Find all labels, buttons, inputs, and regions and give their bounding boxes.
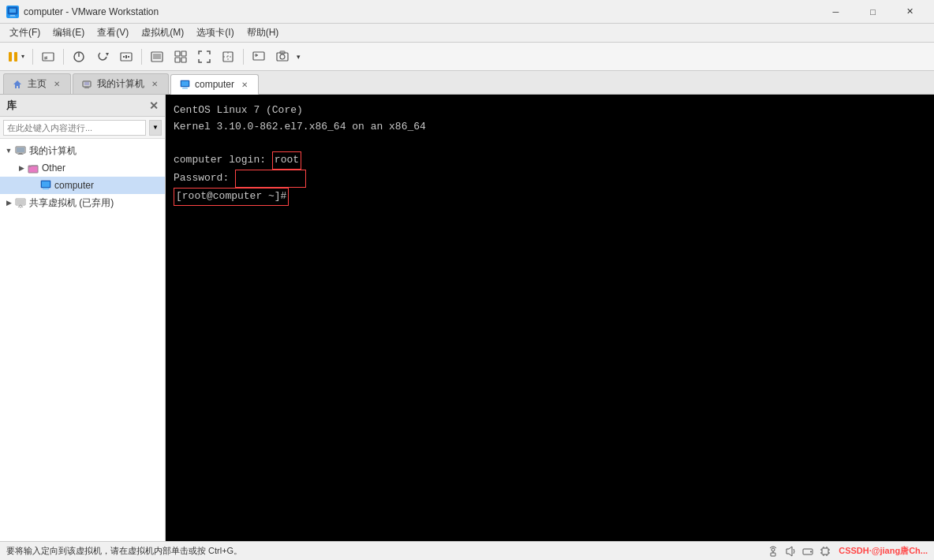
menu-file[interactable]: 文件(F) — [3, 24, 47, 41]
tab-home[interactable]: 主页 ✕ — [3, 73, 71, 94]
tab-home-label: 主页 — [28, 77, 47, 91]
svg-rect-44 — [43, 189, 49, 189]
window-controls: ─ □ ✕ — [818, 4, 928, 20]
tab-mypc[interactable]: 我的计算机 ✕ — [73, 73, 169, 94]
menu-edit[interactable]: 编辑(E) — [47, 24, 91, 41]
app-icon — [6, 6, 19, 18]
tree-expand-other: ▶ — [16, 162, 27, 174]
console-line1: CentOS Linux 7 (Core) — [174, 104, 303, 116]
menu-tab[interactable]: 选项卡(I) — [190, 24, 240, 41]
svg-rect-14 — [153, 54, 161, 59]
window-title: computer - VMware Workstation — [24, 6, 818, 17]
svg-rect-56 — [822, 548, 828, 554]
tree-item-other[interactable]: ▶ Other — [0, 159, 165, 177]
pause-dropdown-arrow: ▾ — [21, 53, 24, 60]
tree-item-mypc[interactable]: ▼ 我的计算机 — [0, 142, 165, 159]
svg-point-55 — [810, 551, 812, 552]
minimize-button[interactable]: ─ — [818, 4, 854, 20]
status-right: CSSDН·@jiang唐Ch... — [766, 544, 928, 558]
separator-2 — [63, 49, 64, 65]
console-icon — [252, 50, 266, 64]
tree-item-computer[interactable]: ▶ computer — [0, 177, 165, 194]
svg-rect-42 — [42, 181, 50, 187]
computer-tab-icon — [179, 79, 190, 90]
tab-computer-close[interactable]: ✕ — [239, 79, 250, 90]
menu-vm[interactable]: 虚拟机(M) — [135, 24, 190, 41]
tree-label-other: Other — [42, 162, 65, 174]
svg-text:⇄: ⇄ — [44, 55, 47, 60]
console-prompt: [root@computer ~]# — [174, 188, 289, 206]
tab-home-close[interactable]: ✕ — [51, 79, 62, 90]
power-on-button[interactable] — [68, 46, 90, 68]
suspend-button[interactable] — [115, 46, 137, 68]
svg-rect-3 — [9, 16, 16, 17]
sidebar: 库 ✕ ▼ ▼ — [0, 95, 166, 541]
network-icon — [766, 544, 780, 558]
fullscreen-button[interactable] — [193, 46, 215, 68]
snapshot-dropdown-arrow[interactable]: ▾ — [297, 53, 301, 61]
main-content: 主页 ✕ 我的计算机 ✕ computer ✕ — [0, 71, 934, 541]
tab-mypc-close[interactable]: ✕ — [149, 79, 160, 90]
toolbar: ▾ ⇄ — [0, 43, 934, 71]
home-tab-icon — [12, 79, 23, 90]
normal-view-button[interactable] — [146, 46, 168, 68]
suspend-icon — [119, 50, 133, 64]
svg-rect-34 — [182, 88, 188, 88]
close-button[interactable]: ✕ — [892, 4, 928, 20]
svg-rect-30 — [84, 88, 89, 88]
fit-guest-button[interactable] — [217, 46, 239, 68]
svg-rect-37 — [19, 153, 22, 154]
svg-rect-38 — [18, 154, 24, 155]
tree-expand-shared: ▶ — [3, 197, 14, 208]
cpu-icon — [818, 544, 832, 558]
fit-guest-icon — [221, 50, 235, 64]
status-icons — [766, 544, 832, 558]
svg-rect-36 — [17, 147, 24, 152]
svg-line-48 — [18, 207, 19, 208]
restart-icon — [95, 50, 110, 64]
sidebar-tree: ▼ 我的计算机 ▶ — [0, 139, 165, 541]
menu-bar: 文件(F) 编辑(E) 查看(V) 虚拟机(M) 选项卡(I) 帮助(H) — [0, 24, 934, 43]
menu-help[interactable]: 帮助(H) — [241, 24, 286, 41]
maximize-button[interactable]: □ — [855, 4, 891, 20]
tab-computer[interactable]: computer ✕ — [170, 74, 259, 95]
menu-view[interactable]: 查看(V) — [91, 24, 135, 41]
console-button[interactable] — [248, 46, 270, 68]
svg-rect-50 — [771, 553, 775, 556]
send-ctrlaltdel-button[interactable]: ⇄ — [37, 46, 59, 68]
svg-rect-15 — [175, 51, 180, 56]
tree-icon-mypc — [14, 144, 27, 157]
tree-label-mypc: 我的计算机 — [29, 144, 77, 158]
tree-expand-mypc: ▼ — [3, 145, 14, 156]
tab-computer-label: computer — [195, 79, 234, 90]
console-output: CentOS Linux 7 (Core) Kernel 3.10.0-862.… — [166, 95, 934, 214]
snapshot-button[interactable] — [271, 46, 293, 68]
separator-4 — [243, 49, 244, 65]
tree-icon-other — [27, 162, 39, 174]
svg-point-51 — [771, 548, 775, 551]
vm-console[interactable]: CentOS Linux 7 (Core) Kernel 3.10.0-862.… — [166, 95, 934, 541]
send-ctrlaltdel-icon: ⇄ — [42, 50, 54, 63]
svg-rect-16 — [181, 51, 186, 56]
svg-rect-22 — [253, 52, 264, 60]
tree-item-shared[interactable]: ▶ 共享虚拟机 (已弃用) — [0, 194, 165, 211]
sound-icon — [783, 544, 798, 558]
svg-point-25 — [280, 54, 285, 59]
console-password-input — [235, 170, 306, 188]
svg-rect-18 — [181, 58, 186, 62]
svg-rect-17 — [175, 58, 180, 62]
search-dropdown-button[interactable]: ▼ — [149, 120, 162, 136]
unity-view-button[interactable] — [170, 46, 192, 68]
tree-icon-shared — [14, 196, 27, 209]
svg-marker-8 — [106, 53, 109, 56]
title-bar: computer - VMware Workstation ─ □ ✕ — [0, 0, 934, 24]
status-text: 要将输入定向到该虚拟机，请在虚拟机内部单击或按 Ctrl+G。 — [6, 545, 242, 557]
sidebar-search-input[interactable] — [3, 120, 146, 136]
tab-mypc-label: 我的计算机 — [97, 77, 144, 91]
sidebar-close-button[interactable]: ✕ — [149, 99, 159, 112]
tree-icon-computer — [39, 179, 52, 192]
console-login-input: root — [272, 151, 301, 170]
pause-button[interactable]: ▾ — [5, 49, 28, 65]
restart-button[interactable] — [92, 46, 114, 68]
console-password-prefix: Password: — [174, 172, 235, 184]
